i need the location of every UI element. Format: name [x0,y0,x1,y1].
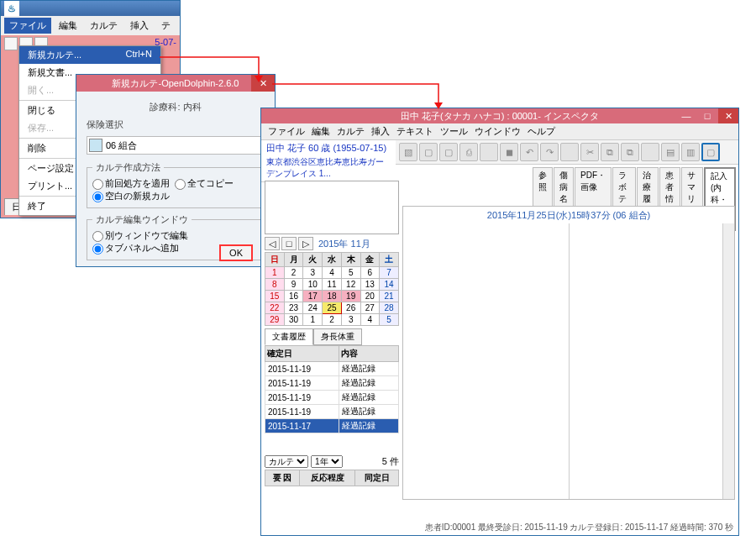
calendar-nav[interactable]: ◁ □ ▷ 2015年 11月 [265,237,399,250]
filter-type-select[interactable]: カルテ [265,455,308,468]
month-label: 2015年 11月 [318,238,370,250]
inspector-window: 田中 花子(タナカ ハナコ) : 00001- インスペクタ — □ ✕ ファイ… [260,108,739,536]
filter-period-select[interactable]: 1年 [311,455,343,468]
method-option[interactable]: 空白の新規カル [92,191,170,201]
toolbar-icon[interactable]: ▢ [439,143,458,161]
toolbar-icon[interactable]: ▢ [419,143,438,161]
inspector-title-text: 田中 花子(タナカ ハナコ) : 00001- インスペクタ [401,110,599,123]
method-option[interactable]: 前回処方を適用 [92,178,170,188]
tab-height-weight[interactable]: 身長体重 [313,328,362,345]
factor-table[interactable]: 要 因反応程度同定日 [265,470,399,486]
preview-canvas [265,181,399,234]
menu-insert[interactable]: 挿入 [125,18,154,34]
editwin-legend: カルテ編集ウインドウ [92,213,192,226]
method-fieldset: カルテ作成方法 前回処方を適用全てコピー空白の新規カル [87,161,265,208]
history-table[interactable]: 確定日内容2015-11-19経過記録2015-11-19経過記録2015-11… [265,345,399,433]
scrollbar[interactable] [722,223,734,499]
toolbar-icon[interactable]: ⧉ [621,143,639,161]
toolbar-icon[interactable]: ◼ [500,143,518,161]
dept-label: 診療科: 内科 [87,101,265,113]
menu-item[interactable]: 新規カルテ...Ctrl+N [19,46,160,64]
pane-splitter[interactable] [569,223,570,499]
next-month-icon[interactable]: ▷ [298,237,313,250]
method-option[interactable]: 全てコピー [175,178,234,188]
menu-item[interactable]: ウインドウ [471,125,524,137]
toolbar-icon[interactable]: ↶ [520,143,538,161]
menu-item[interactable]: 編集 [308,125,333,137]
stop-icon[interactable]: □ [281,237,297,250]
toolbar-icon[interactable]: ▥ [681,143,700,161]
left-column: ◁ □ ▷ 2015年 11月 日月火水木金土12345678910111213… [265,181,399,500]
toolbar-icon[interactable] [560,143,579,161]
editwin-option[interactable]: 別ウィンドウで編集 [92,230,188,240]
toolbar-icon[interactable] [480,143,498,161]
dialog-titlebar: 新規カルテ-OpenDolphin-2.6.0 ✕ [76,75,275,92]
minimize-icon[interactable]: — [676,108,696,123]
toolbar-icon[interactable]: ↷ [540,143,559,161]
tab-doc-history[interactable]: 文書履歴 [265,328,313,345]
window-controls[interactable]: — □ ✕ [675,108,738,123]
toolbar-icon[interactable]: ⎙ [459,143,478,161]
new-karte-dialog: 新規カルテ-OpenDolphin-2.6.0 ✕ 診療科: 内科 保険選択 0… [76,74,276,267]
dialog-title-text: 新規カルテ-OpenDolphin-2.6.0 [112,77,239,90]
menu-file[interactable]: ファイル [4,18,51,34]
menu-item[interactable]: テキスト [393,125,437,137]
menu-karte[interactable]: カルテ [85,18,123,34]
menu-item[interactable]: ツール [437,125,471,137]
prev-month-icon[interactable]: ◁ [265,237,280,250]
menu-item[interactable]: ヘルプ [524,125,559,137]
background-titlebar: ♨ [1,1,180,16]
inspector-menubar[interactable]: ファイル編集カルテ挿入テキストツールウインドウヘルプ [261,123,738,140]
maximize-icon[interactable]: □ [697,108,717,123]
menu-item[interactable]: 挿入 [368,125,393,137]
main-toolbar[interactable]: ▧▢▢⎙◼↶↷✂⧉⧉▤▥▢ [396,140,738,165]
toolbar-icon[interactable]: ✂ [580,143,599,161]
toolbar-icon[interactable]: ▤ [661,143,680,161]
status-footer: 患者ID:00001 最終受診日: 2015-11-19 カルテ登録日: 201… [425,522,733,533]
insurance-label: 保険選択 [87,118,265,131]
karte-editor-pane[interactable]: 2015年11月25日(水)15時37分 (06 組合) [402,206,735,500]
java-icon: ♨ [4,1,19,16]
filter-row[interactable]: カルテ 1年 5 件 [265,455,399,468]
menu-item[interactable]: カルテ [333,125,368,137]
patient-info: 田中 花子 60 歳 (1955-07-15) [261,140,396,156]
insurance-icon [89,139,102,152]
insurance-value: 06 組合 [106,139,137,152]
history-tabs[interactable]: 文書履歴 身長体重 [265,328,399,345]
toolbar-btn[interactable] [4,37,18,50]
filter-count: 5 件 [382,455,399,468]
calendar[interactable]: 日月火水木金土123456789101112131415161718192021… [265,252,399,326]
menu-te[interactable]: テ [156,18,176,34]
ok-button[interactable]: OK [219,244,253,261]
toolbar-icon[interactable]: ▧ [399,143,417,161]
background-menubar[interactable]: ファイル 編集 カルテ 挿入 テ [1,16,180,35]
toolbar-icon[interactable]: ⧉ [601,143,619,161]
patient-address: 東京都渋谷区恵比寿恵比寿ガーデンプレイス 1... [261,156,396,182]
close-icon[interactable]: ✕ [718,108,738,123]
editor-header: 2015年11月25日(水)15時37分 (06 組合) [403,207,734,224]
close-icon[interactable]: ✕ [251,75,275,92]
inspector-titlebar: 田中 花子(タナカ ハナコ) : 00001- インスペクタ — □ ✕ [261,108,738,123]
insurance-select[interactable]: 06 組合 [87,136,265,155]
toolbar-icon[interactable]: ▢ [701,143,720,161]
editwin-option[interactable]: タブパネルへ追加 [92,243,179,253]
toolbar-icon[interactable] [641,143,659,161]
method-legend: カルテ作成方法 [92,161,164,174]
menu-edit[interactable]: 編集 [54,18,82,34]
menu-item[interactable]: ファイル [265,125,308,137]
